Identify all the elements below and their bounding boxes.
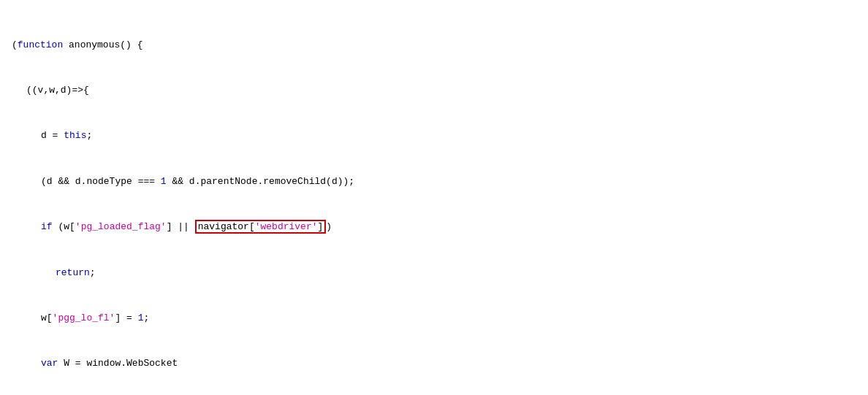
line-2: ((v,w,d)=>{ xyxy=(12,83,856,99)
line-3: d = this; xyxy=(12,129,856,144)
line-5: if (w['pg_loaded_flag'] || navigator['we… xyxy=(12,220,856,235)
line-6: return; xyxy=(12,266,856,281)
line-1: (function anonymous() { xyxy=(12,38,856,53)
webdriver-highlight: navigator['webdriver'] xyxy=(195,220,327,234)
code-viewer: (function anonymous() { ((v,w,d)=>{ d = … xyxy=(12,7,856,395)
line-7: w['pgg_lo_fl'] = 1; xyxy=(12,311,856,326)
line-4: (d && d.nodeType === 1 && d.parentNode.r… xyxy=(12,175,856,190)
line-8: var W = window.WebSocket xyxy=(12,356,856,372)
